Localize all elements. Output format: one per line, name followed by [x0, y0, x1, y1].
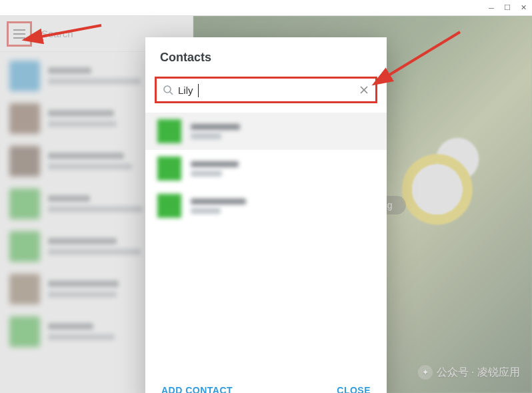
contacts-results: [145, 109, 387, 372]
svg-line-1: [170, 92, 173, 95]
window-close-button[interactable]: ✕: [517, 2, 529, 14]
contact-avatar: [157, 119, 181, 143]
contact-avatar: [157, 157, 181, 181]
close-button[interactable]: CLOSE: [337, 385, 371, 393]
svg-point-0: [164, 86, 171, 93]
window-maximize-button[interactable]: ☐: [501, 2, 513, 14]
dialog-title: Contacts: [145, 37, 387, 74]
contact-result[interactable]: [145, 113, 387, 150]
app-frame: Search messaging ✦ 公众号 · 凌锐应用 Contacts A…: [0, 16, 532, 393]
clear-search-button[interactable]: [358, 84, 370, 96]
contact-avatar: [157, 194, 181, 218]
search-icon: [162, 84, 174, 96]
contacts-search-input[interactable]: [174, 85, 358, 96]
text-caret: [198, 84, 199, 97]
contact-result[interactable]: [145, 150, 387, 187]
add-contact-button[interactable]: ADD CONTACT: [161, 385, 233, 393]
window-titlebar: ─ ☐ ✕: [0, 0, 532, 16]
contact-result[interactable]: [145, 187, 387, 224]
contacts-search-row: [155, 77, 377, 103]
dialog-footer: ADD CONTACT CLOSE: [145, 372, 387, 393]
contacts-dialog: Contacts ADD CONTACT CLOSE: [145, 37, 387, 393]
window-minimize-button[interactable]: ─: [485, 2, 497, 14]
